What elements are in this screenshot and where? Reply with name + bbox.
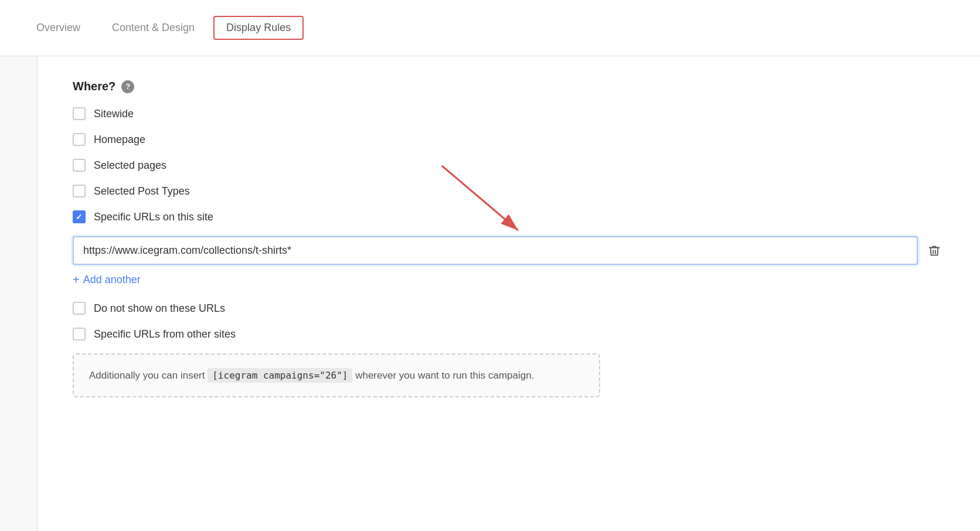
sidebar [0,56,38,531]
checkbox-label-selected-post-types: Selected Post Types [94,185,190,198]
tab-content-design[interactable]: Content & Design [99,16,207,40]
checkbox-specific-urls-other[interactable] [73,328,86,341]
main-content: Where? ? Sitewide Homepage Selected page… [0,56,980,531]
checkbox-do-not-show[interactable] [73,302,86,315]
info-text-before: Additionally you can insert [89,370,207,381]
add-another-label: Add another [83,274,141,286]
checkbox-row-do-not-show[interactable]: Do not show on these URLs [73,302,945,315]
tab-display-rules[interactable]: Display Rules [213,16,304,40]
info-shortcode: [icegram campaigns="26"] [207,368,352,383]
checkbox-label-sitewide: Sitewide [94,108,134,120]
top-navigation: Overview Content & Design Display Rules [0,0,980,56]
section-heading: Where? [73,80,115,93]
checkbox-homepage[interactable] [73,133,86,146]
checkbox-row-selected-post-types[interactable]: Selected Post Types [73,185,945,198]
checkbox-label-do-not-show: Do not show on these URLs [94,302,225,315]
checkbox-label-specific-urls-other: Specific URLs from other sites [94,328,236,341]
checkbox-row-sitewide[interactable]: Sitewide [73,107,945,120]
checkbox-selected-pages[interactable] [73,159,86,172]
checkbox-row-specific-urls[interactable]: Specific URLs on this site [73,210,945,223]
url-input-container [73,236,945,265]
info-text-after: wherever you want to run this campaign. [355,370,534,381]
checkbox-label-specific-urls: Specific URLs on this site [94,211,213,223]
checkbox-row-selected-pages[interactable]: Selected pages [73,159,945,172]
content-area: Where? ? Sitewide Homepage Selected page… [38,56,980,531]
checkbox-label-selected-pages: Selected pages [94,159,166,172]
checkbox-row-specific-urls-other[interactable]: Specific URLs from other sites [73,328,945,341]
checkbox-specific-urls[interactable] [73,210,86,223]
url-input[interactable] [73,236,918,265]
checkbox-selected-post-types[interactable] [73,185,86,198]
trash-icon [928,244,941,257]
add-another-button[interactable]: + Add another [73,273,945,287]
info-box: Additionally you can insert [icegram cam… [73,353,600,397]
delete-url-button[interactable] [924,240,945,261]
tab-overview[interactable]: Overview [23,16,93,40]
checkbox-row-homepage[interactable]: Homepage [73,133,945,146]
help-icon[interactable]: ? [121,80,134,93]
checkbox-label-homepage: Homepage [94,134,145,146]
url-input-row [73,236,945,265]
section-title: Where? ? [73,80,945,93]
plus-icon: + [73,273,80,287]
checkbox-sitewide[interactable] [73,107,86,120]
